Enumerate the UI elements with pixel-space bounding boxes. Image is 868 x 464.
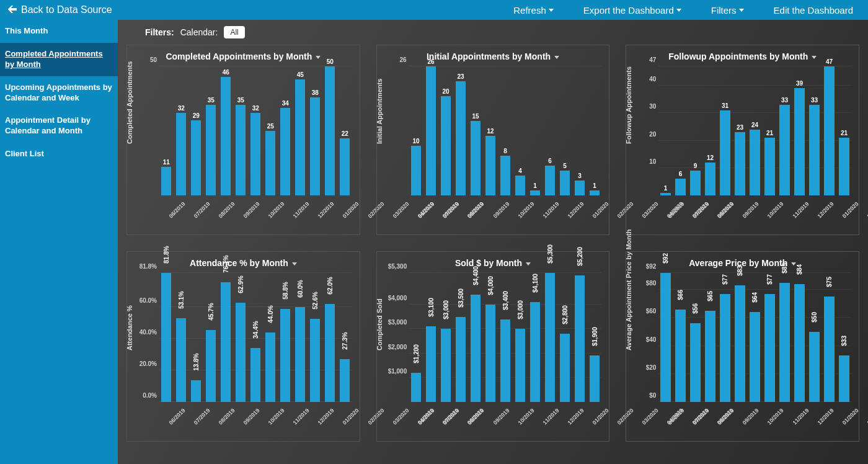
caret-down-icon <box>549 9 554 12</box>
bar[interactable]: 62.9% <box>236 273 246 402</box>
bar[interactable]: 23 <box>735 66 745 195</box>
bar[interactable]: $5,300 <box>545 273 555 402</box>
bar[interactable]: 29 <box>191 66 201 195</box>
bar[interactable]: 9 <box>690 66 700 195</box>
bar[interactable]: 50 <box>325 66 335 195</box>
x-tick: 01/2020 <box>839 199 868 232</box>
bar[interactable]: 34 <box>280 66 290 195</box>
bar[interactable]: 52.6% <box>310 273 320 402</box>
bar[interactable]: 20 <box>441 66 451 195</box>
bar[interactable]: 22 <box>340 66 350 195</box>
bar[interactable]: 6 <box>675 66 685 195</box>
sidebar-item[interactable]: Completed Appointments by Month <box>0 43 118 76</box>
bar[interactable]: 24 <box>750 66 760 195</box>
sidebar-item[interactable]: Client List <box>0 143 118 166</box>
bar[interactable]: $3,400 <box>500 273 510 402</box>
bar[interactable]: 5 <box>560 66 570 195</box>
bar[interactable]: 21 <box>839 66 849 195</box>
bar[interactable]: 12 <box>705 66 715 195</box>
bar[interactable]: 53.1% <box>176 273 186 402</box>
bar[interactable]: 60.0% <box>295 273 305 402</box>
filters-dropdown[interactable]: Filters <box>711 5 744 16</box>
chart-title-dropdown[interactable]: Sold $ by Month <box>382 258 604 268</box>
bar[interactable]: 39 <box>794 66 804 195</box>
bar-value-label: $83 <box>737 266 743 276</box>
export-dashboard-dropdown[interactable]: Export the Dashboard <box>583 5 681 16</box>
bar[interactable]: $65 <box>705 273 715 402</box>
bar[interactable]: 27.3% <box>340 273 350 402</box>
sidebar-item[interactable]: Appointment Detail by Calendar and Month <box>0 109 118 143</box>
bar[interactable]: $33 <box>839 273 849 402</box>
bar[interactable]: $4,100 <box>530 273 540 402</box>
y-axis-label: Attendance % <box>126 305 133 350</box>
bar[interactable]: $2,800 <box>560 273 570 402</box>
bar[interactable]: 46 <box>221 66 231 195</box>
bar[interactable]: 4 <box>515 66 525 195</box>
bar[interactable]: 15 <box>471 66 480 195</box>
bar[interactable]: $83 <box>735 273 745 402</box>
bar[interactable]: $4,000 <box>485 273 495 402</box>
bar[interactable]: 13.8% <box>191 273 201 402</box>
chart-title-dropdown[interactable]: Initial Appointments by Month <box>382 51 604 61</box>
bar[interactable]: 11 <box>161 66 171 195</box>
sidebar-item[interactable]: This Month <box>0 20 118 43</box>
bar[interactable]: 35 <box>206 66 216 195</box>
bar[interactable]: 44.0% <box>265 273 275 402</box>
bar[interactable]: $92 <box>660 273 670 402</box>
calendar-filter-value[interactable]: All <box>224 26 244 38</box>
bar[interactable]: 47 <box>824 66 834 195</box>
bar[interactable]: 45 <box>295 66 305 195</box>
bar[interactable]: 58.8% <box>280 273 290 402</box>
bar[interactable]: $4,400 <box>471 273 480 402</box>
bar[interactable]: $77 <box>720 273 730 402</box>
bar[interactable]: 81.8% <box>161 273 171 402</box>
bar[interactable]: $85 <box>779 273 789 402</box>
bar[interactable]: 32 <box>250 66 260 195</box>
bar[interactable]: $3,000 <box>441 273 451 402</box>
refresh-dropdown[interactable]: Refresh <box>513 5 554 16</box>
bar[interactable]: $1,900 <box>590 273 600 402</box>
bar[interactable]: 1 <box>590 66 600 195</box>
bar[interactable]: 45.7% <box>206 273 216 402</box>
bar[interactable]: 33 <box>809 66 819 195</box>
bar[interactable]: 21 <box>764 66 774 195</box>
bar[interactable]: 34.4% <box>250 273 260 402</box>
bar[interactable]: 6 <box>545 66 555 195</box>
bar[interactable]: 12 <box>485 66 495 195</box>
bar[interactable]: $3,000 <box>515 273 525 402</box>
bar[interactable]: 76.1% <box>221 273 231 402</box>
bar[interactable]: 31 <box>720 66 730 195</box>
edit-dashboard-link[interactable]: Edit the Dashboard <box>774 5 853 16</box>
bar[interactable]: $64 <box>750 273 760 402</box>
bar[interactable]: 26 <box>426 66 436 195</box>
bar[interactable]: 3 <box>575 66 585 195</box>
bar[interactable]: 32 <box>176 66 186 195</box>
bar[interactable]: 62.0% <box>325 273 335 402</box>
bar[interactable]: $77 <box>764 273 774 402</box>
bar[interactable]: $3,500 <box>456 273 466 402</box>
bar[interactable]: 33 <box>779 66 789 195</box>
chart-title-dropdown[interactable]: Completed Appointments by Month <box>132 51 355 61</box>
bar[interactable]: $1,200 <box>411 273 421 402</box>
bar[interactable]: 10 <box>411 66 421 195</box>
bar[interactable]: $50 <box>809 273 819 402</box>
back-to-data-source-link[interactable]: 🡰 Back to Data Source <box>7 4 112 16</box>
bar[interactable]: $5,200 <box>575 273 585 402</box>
bar[interactable]: $56 <box>690 273 700 402</box>
bar[interactable]: 23 <box>456 66 466 195</box>
bar[interactable]: 8 <box>500 66 510 195</box>
bar[interactable]: $84 <box>794 273 804 402</box>
arrow-left-icon: 🡰 <box>7 4 17 16</box>
bar-value-label: 3 <box>575 172 585 179</box>
sidebar-item[interactable]: Upcoming Appointments by Calendar and We… <box>0 76 118 110</box>
bar[interactable]: 35 <box>236 66 246 195</box>
bar[interactable]: 1 <box>530 66 540 195</box>
y-tick: 20.0% <box>138 360 159 367</box>
bar[interactable]: 38 <box>310 66 320 195</box>
bar[interactable]: $66 <box>675 273 685 402</box>
bar[interactable]: 1 <box>660 66 670 195</box>
bar[interactable]: 25 <box>265 66 275 195</box>
bar[interactable]: $75 <box>824 273 834 402</box>
bar[interactable]: $3,100 <box>426 273 436 402</box>
chart-title-dropdown[interactable]: Followup Appointments by Month <box>631 51 854 61</box>
